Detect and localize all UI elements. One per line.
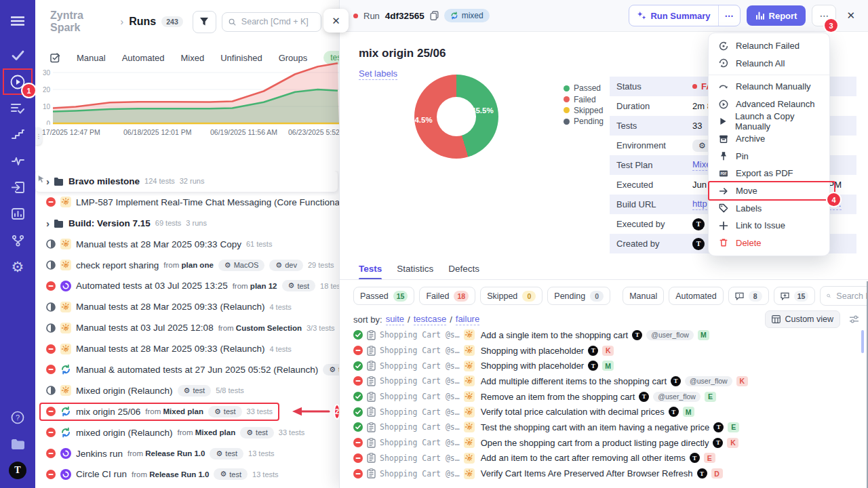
- avatar[interactable]: T: [713, 422, 724, 432]
- filter-button[interactable]: [193, 11, 216, 33]
- assignee-badge[interactable]: K: [736, 376, 748, 386]
- test-suite[interactable]: Shopping Cart @s…: [380, 438, 460, 447]
- sort-by-failure[interactable]: failure: [456, 314, 479, 325]
- filter-Failed[interactable]: Failed18: [419, 287, 475, 305]
- assignee-badge[interactable]: M: [698, 330, 709, 340]
- help-icon[interactable]: ?: [5, 406, 31, 428]
- drawer-close-button[interactable]: ✕: [842, 9, 859, 22]
- test-row[interactable]: Shopping Cart @s… Add a single item to t…: [353, 327, 865, 343]
- custom-view-button[interactable]: Custom view: [765, 310, 840, 328]
- test-title[interactable]: Verify Cart Items Are Preserved After Br…: [481, 468, 693, 479]
- chevron-right-icon[interactable]: ›: [46, 176, 50, 186]
- run-row[interactable]: LMP-587 Implement Real-Time Chat Messagi…: [35, 192, 339, 213]
- test-row[interactable]: Shopping Cart @s… Add multiple different…: [353, 373, 865, 389]
- assignee-badge[interactable]: K: [727, 438, 738, 448]
- avatar[interactable]: T: [632, 330, 642, 340]
- assignee-badge[interactable]: E: [728, 422, 739, 432]
- user-flow-badge[interactable]: @user_flow: [646, 330, 694, 340]
- branches-icon[interactable]: [5, 229, 31, 251]
- pulse-activity-icon[interactable]: [5, 150, 31, 172]
- run-row[interactable]: mix origin 25/06from Mixed plan⚙test33 t…: [35, 401, 339, 422]
- run-row[interactable]: Manual tests at 28 Mar 2025 09:33 (Relau…: [35, 296, 339, 317]
- run-row[interactable]: Jenkins runfrom Release Run 1.0⚙test13 t…: [35, 443, 339, 464]
- scrollbar-thumb[interactable]: [861, 330, 864, 353]
- avatar[interactable]: T: [588, 346, 598, 356]
- user-flow-badge[interactable]: @user_flow: [685, 376, 732, 386]
- avatar[interactable]: T: [713, 438, 723, 448]
- menu-item-move[interactable]: Move4: [709, 182, 829, 200]
- tests-search[interactable]: [820, 286, 868, 306]
- tests-check-icon[interactable]: [5, 44, 31, 66]
- run-row[interactable]: Manual tests at 28 Mar 2025 09:33 Copy61…: [35, 234, 339, 255]
- test-row[interactable]: Shopping Cart @s… Open the shopping cart…: [353, 435, 865, 451]
- menu-item-relaunch-all[interactable]: Relaunch All: [709, 55, 829, 73]
- test-title[interactable]: Verify total price calculation with deci…: [481, 407, 665, 417]
- run-row[interactable]: Manual tests at 03 Jul 2025 12:08from Cu…: [35, 317, 339, 338]
- avatar[interactable]: T: [690, 453, 700, 463]
- tab-statistics[interactable]: Statistics: [397, 264, 433, 279]
- filter-comment[interactable]: 8: [728, 287, 769, 305]
- run-row[interactable]: Manual tests at 28 Mar 2025 09:33 (Relau…: [35, 338, 339, 359]
- panel-close-button[interactable]: ✕: [323, 9, 349, 33]
- test-row[interactable]: Shopping Cart @s… Shopping with placehol…: [353, 343, 865, 359]
- runs-tab-automated[interactable]: Automated: [122, 53, 165, 63]
- settings-gear-icon[interactable]: ⚙: [5, 256, 31, 278]
- run-row[interactable]: check report sharingfrom plan one⚙MacOS⚙…: [35, 255, 339, 276]
- menu-item-link-issue[interactable]: Link to Issue: [709, 217, 829, 235]
- projects-folder-icon[interactable]: [5, 432, 31, 455]
- test-title[interactable]: Add multiple different items to the shop…: [481, 376, 667, 386]
- test-suite[interactable]: Shopping Cart @s…: [380, 346, 460, 355]
- run-row[interactable]: mixed origin (Relaunch)from Mixed plan⚙t…: [35, 422, 339, 443]
- menu-item-export-pdf[interactable]: PDF Export as PDF: [709, 165, 829, 182]
- account-avatar[interactable]: T: [5, 459, 31, 481]
- assignee-badge[interactable]: M: [602, 361, 614, 371]
- set-labels-link[interactable]: Set labels: [359, 68, 397, 80]
- filter-comment-plus[interactable]: 15: [774, 287, 816, 305]
- assignee-badge[interactable]: M: [683, 407, 694, 417]
- run-summary-button[interactable]: Run Summary ⋯: [629, 5, 740, 26]
- test-title[interactable]: Remove an item from the shopping cart: [481, 392, 635, 402]
- test-suite[interactable]: Shopping Cart @s…: [380, 407, 460, 417]
- runs-search-input[interactable]: [240, 16, 315, 27]
- test-title[interactable]: Shopping with placeholder: [481, 361, 585, 371]
- test-suite[interactable]: Shopping Cart @s…: [380, 469, 460, 479]
- test-suite[interactable]: Shopping Cart @s…: [380, 361, 460, 371]
- test-row[interactable]: Shopping Cart @s… Verify Cart Items Are …: [353, 466, 865, 481]
- plans-list-icon[interactable]: [5, 97, 31, 119]
- test-title[interactable]: Add an item to the cart after removing a…: [481, 453, 686, 463]
- menu-item-launch-copy[interactable]: Launch a Copy Manually: [709, 113, 829, 130]
- tests-search-input[interactable]: [835, 291, 868, 302]
- detail-link[interactable]: http: [692, 199, 707, 210]
- filter-Passed[interactable]: Passed15: [353, 287, 414, 305]
- menu-item-relaunch-failed[interactable]: Relaunch Failed: [709, 37, 829, 55]
- sort-by-testcase[interactable]: testcase: [414, 314, 446, 325]
- report-button[interactable]: Report: [747, 5, 806, 26]
- runs-tab-mixed[interactable]: Mixed: [181, 53, 205, 63]
- assignee-badge[interactable]: K: [602, 346, 614, 356]
- menu-item-delete[interactable]: Delete: [709, 235, 829, 252]
- avatar[interactable]: T: [669, 407, 679, 417]
- test-title[interactable]: Add a single item to the shopping cart: [481, 330, 629, 340]
- avatar[interactable]: T: [588, 361, 598, 371]
- menu-item-relaunch-manually[interactable]: Relaunch Manually: [709, 78, 829, 96]
- checklist-icon[interactable]: [50, 53, 60, 63]
- filter-Skipped[interactable]: Skipped0: [480, 287, 542, 305]
- filter-Pending[interactable]: Pending0: [547, 287, 610, 305]
- sort-by-suite[interactable]: suite: [386, 314, 404, 325]
- runs-tab-unfinished[interactable]: Unfinished: [220, 53, 262, 63]
- run-row[interactable]: Circle CI runfrom Release Run 1.0⚙test13…: [35, 464, 339, 485]
- test-row[interactable]: Shopping Cart @s… Add an item to the car…: [353, 451, 865, 466]
- runs-search[interactable]: [222, 12, 321, 32]
- menu-item-labels[interactable]: Labels: [709, 199, 829, 217]
- runs-tab-groups[interactable]: Groups: [279, 53, 308, 63]
- avatar[interactable]: T: [697, 468, 707, 479]
- chevron-right-icon[interactable]: ›: [46, 218, 50, 228]
- test-title[interactable]: Open the shopping cart from a product li…: [481, 438, 709, 448]
- filter-Manual[interactable]: Manual: [623, 287, 664, 305]
- chart-collapse-handle[interactable]: ⋮: [35, 127, 42, 145]
- tab-tests[interactable]: Tests: [359, 264, 382, 279]
- breadcrumb-app[interactable]: Zyntra Spark: [50, 9, 115, 34]
- run-row[interactable]: › Bravo milestone124 tests32 runs: [35, 171, 338, 192]
- assignee-badge[interactable]: D: [711, 468, 723, 479]
- view-settings-icon[interactable]: [849, 315, 859, 323]
